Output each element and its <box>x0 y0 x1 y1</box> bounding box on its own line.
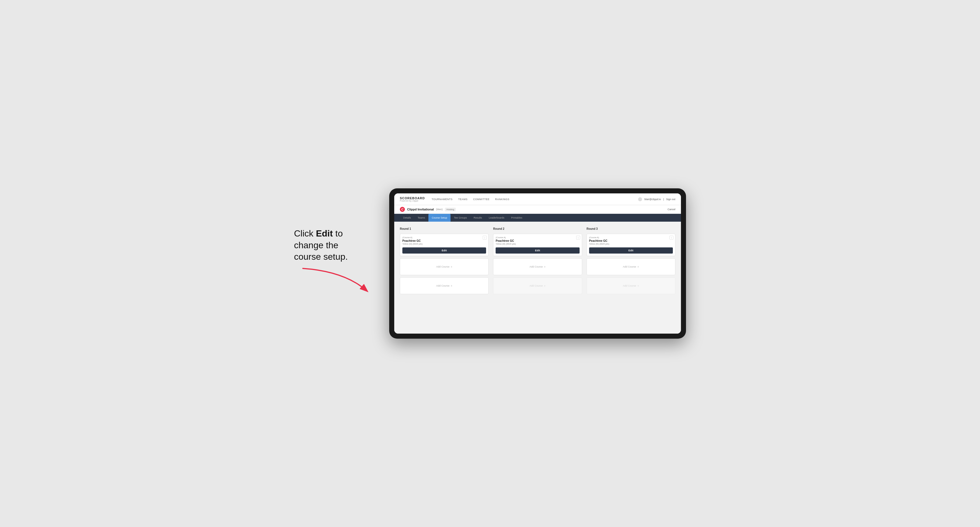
tournament-gender: (Men) <box>436 208 443 211</box>
round-3-add-course-1[interactable]: Add Course + <box>587 258 675 275</box>
arrow-annotation <box>294 266 372 299</box>
round-1-course-name: Peachtree GC <box>402 239 486 242</box>
round-1-course-label: (Course A) <box>402 236 486 239</box>
round-2-add-course-1[interactable]: Add Course + <box>493 258 582 275</box>
round-3-plus-icon-2: + <box>637 284 639 287</box>
round-3-edit-button[interactable]: Edit <box>589 248 673 254</box>
round-1-column: Round 1 ⋮ (Course A) Peachtree GC Yellow… <box>400 227 488 294</box>
sign-out-link[interactable]: Sign out <box>666 198 675 201</box>
tab-results[interactable]: Results <box>470 214 485 222</box>
hosting-badge: Hosting <box>445 208 456 211</box>
round-2-delete-icon[interactable]: ⋮ <box>576 236 580 240</box>
tab-tee-groups[interactable]: Tee Groups <box>450 214 470 222</box>
tablet-frame: SCOREBOARD Powered by clippd TOURNAMENTS… <box>389 188 686 339</box>
rounds-grid: Round 1 ⋮ (Course A) Peachtree GC Yellow… <box>400 227 675 294</box>
user-email: blair@clippd.io <box>644 198 661 201</box>
main-content: Round 1 ⋮ (Course A) Peachtree GC Yellow… <box>394 222 681 333</box>
round-1-add-course-2[interactable]: Add Course + <box>400 277 488 294</box>
round-2-add-course-2: Add Course + <box>493 277 582 294</box>
round-3-course-label: (Course A) <box>589 236 673 239</box>
bold-edit: Edit <box>316 229 332 238</box>
round-2-course-card: ⋮ (Course A) Peachtree GC Yellow (M) (66… <box>493 234 582 256</box>
round-1-plus-icon-2: + <box>450 284 452 287</box>
page-wrapper: Click Edit tochange thecourse setup. SCO… <box>294 188 686 339</box>
app-header: SCOREBOARD Powered by clippd TOURNAMENTS… <box>394 194 681 205</box>
tournament-info: C Clippd Invitational (Men) Hosting <box>400 207 456 212</box>
round-3-add-course-2-text: Add Course + <box>623 284 639 287</box>
round-3-add-course-1-text: Add Course + <box>623 265 639 268</box>
round-2-title: Round 2 <box>493 227 582 230</box>
tab-course-setup[interactable]: Course Setup <box>428 214 450 222</box>
round-2-plus-icon-1: + <box>544 265 546 268</box>
nav-teams[interactable]: TEAMS <box>458 197 468 202</box>
round-3-delete-icon[interactable]: ⋮ <box>670 236 673 240</box>
tab-teams[interactable]: Teams <box>414 214 429 222</box>
tournament-name: Clippd Invitational <box>407 208 434 211</box>
round-1-add-course-2-text: Add Course + <box>436 284 452 287</box>
tab-leaderboards[interactable]: Leaderboards <box>485 214 508 222</box>
round-1-add-course-1[interactable]: Add Course + <box>400 258 488 275</box>
round-3-add-course-2: Add Course + <box>587 277 675 294</box>
logo-subtitle: Powered by clippd <box>400 200 425 202</box>
pipe-separator: | <box>663 198 664 201</box>
round-2-course-name: Peachtree GC <box>496 239 579 242</box>
tab-printables[interactable]: Printables <box>508 214 525 222</box>
tablet-screen: SCOREBOARD Powered by clippd TOURNAMENTS… <box>394 194 681 333</box>
round-3-title: Round 3 <box>587 227 675 230</box>
round-2-edit-button[interactable]: Edit <box>496 248 579 254</box>
round-1-course-card: ⋮ (Course A) Peachtree GC Yellow (M) (66… <box>400 234 488 256</box>
instruction-text: Click Edit tochange thecourse setup. <box>294 228 378 263</box>
round-2-course-label: (Course A) <box>496 236 579 239</box>
round-3-course-name: Peachtree GC <box>589 239 673 242</box>
c-logo: C <box>400 207 405 212</box>
round-2-column: Round 2 ⋮ (Course A) Peachtree GC Yellow… <box>493 227 582 294</box>
round-2-add-course-1-text: Add Course + <box>530 265 546 268</box>
logo-area: SCOREBOARD Powered by clippd <box>400 197 425 202</box>
tab-bar: Details Teams Course Setup Tee Groups Re… <box>394 214 681 222</box>
tournament-bar: C Clippd Invitational (Men) Hosting Canc… <box>394 205 681 214</box>
round-3-course-card: ⋮ (Course A) Peachtree GC Yellow (M) (66… <box>587 234 675 256</box>
round-2-add-course-2-text: Add Course + <box>530 284 546 287</box>
header-right: blair@clippd.io | Sign out <box>638 197 675 201</box>
logo-title: SCOREBOARD <box>400 197 425 200</box>
nav-tournaments[interactable]: TOURNAMENTS <box>431 197 452 202</box>
nav-rankings[interactable]: RANKINGS <box>495 197 509 202</box>
round-3-plus-icon-1: + <box>637 265 639 268</box>
tab-details[interactable]: Details <box>400 214 414 222</box>
cancel-button[interactable]: Cancel <box>668 208 675 211</box>
avatar <box>638 197 642 201</box>
round-1-course-details: Yellow (M) (6629 yds) <box>402 243 486 245</box>
round-1-plus-icon-1: + <box>450 265 452 268</box>
round-2-plus-icon-2: + <box>544 284 546 287</box>
round-2-course-details: Yellow (M) (6629 yds) <box>496 243 579 245</box>
nav-committee[interactable]: COMMITTEE <box>473 197 490 202</box>
round-1-add-course-1-text: Add Course + <box>436 265 452 268</box>
round-3-column: Round 3 ⋮ (Course A) Peachtree GC Yellow… <box>587 227 675 294</box>
round-1-delete-icon[interactable]: ⋮ <box>483 236 487 240</box>
round-3-course-details: Yellow (M) (6629 yds) <box>589 243 673 245</box>
main-nav: TOURNAMENTS TEAMS COMMITTEE RANKINGS <box>431 197 638 202</box>
round-1-title: Round 1 <box>400 227 488 230</box>
round-1-edit-button[interactable]: Edit <box>402 248 486 254</box>
